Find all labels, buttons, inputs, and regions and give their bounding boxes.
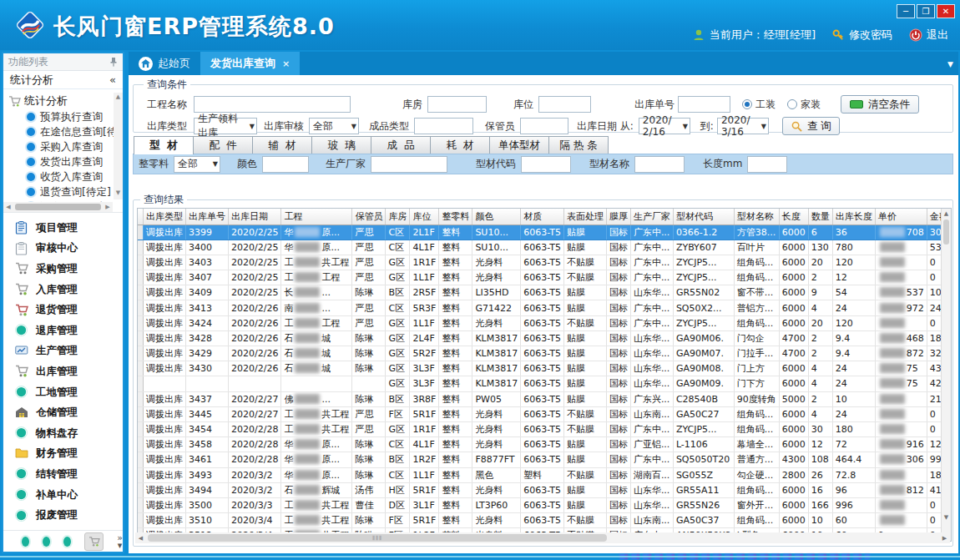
minimize-button[interactable]: ─ <box>897 4 915 18</box>
material-tab-5[interactable]: 耗 材 <box>430 136 490 154</box>
grid-vertical-scrollbar[interactable]: ▲▼ <box>941 209 951 541</box>
date-from-select[interactable]: 2020/ 2/16▼ <box>639 118 690 134</box>
search-button[interactable]: 查 询 <box>782 117 840 135</box>
more-buttons-chevron[interactable]: »▾ <box>117 534 123 549</box>
table-row[interactable]: 调拨出库34942020/3/2石辉城汤伟H区5R1F整料光身料6063-T5贴… <box>138 482 951 497</box>
maximize-button[interactable]: ❐ <box>917 4 935 18</box>
table-row[interactable]: 调拨出库34092020/2/25长...陈琳B区2R5F整料LI35HD606… <box>138 285 951 300</box>
table-row[interactable]: 调拨出库35102020/3/4工共工程陈琳F区5R1F整料光身料6063-T5… <box>138 513 951 528</box>
keeper-input[interactable] <box>520 118 568 134</box>
teal-dot-icon[interactable] <box>63 537 71 547</box>
sidebar-item-2[interactable]: 采购管理 <box>15 259 123 280</box>
out-type-select[interactable]: 生产领料出库▼ <box>194 118 257 134</box>
pin-icon[interactable] <box>109 57 118 67</box>
material-tab-2[interactable]: 辅 材 <box>252 136 312 154</box>
profile-name-input[interactable] <box>634 156 685 173</box>
table-row[interactable]: 调拨出库34542020/2/28工共工程严思G区1R1F整料光身料6063-T… <box>138 421 951 436</box>
logout-button[interactable]: 退出 <box>909 28 948 43</box>
tree-horizontal-scrollbar[interactable]: ◀▶ <box>3 202 113 212</box>
column-header[interactable]: 出库日期 <box>229 209 281 225</box>
column-header[interactable]: 生产厂家 <box>630 209 673 225</box>
column-header[interactable]: 库位 <box>410 209 439 225</box>
material-tab-4[interactable]: 成 品 <box>371 136 431 154</box>
table-row[interactable]: 调拨出库35002020/3/3工共工程曹佳D区3L1F整料LT3P606063… <box>138 497 951 512</box>
sidebar-item-10[interactable]: 物料盘存 <box>15 423 123 444</box>
material-tab-0[interactable]: 型 材 <box>134 136 194 154</box>
column-header[interactable]: 出库长度 <box>832 209 875 225</box>
tree-item-0[interactable]: 预算执行查询 <box>8 109 113 124</box>
table-row[interactable]: 调拨出库33992020/2/25华原...严思C区2L1F整料SU10...6… <box>138 225 951 240</box>
tree-item-5[interactable]: 退货查询[待定] <box>8 184 113 199</box>
table-row[interactable]: 调拨出库34372020/2/27佛...陈琳B区3R8F整料PW056063-… <box>138 391 951 406</box>
length-input[interactable] <box>747 156 787 173</box>
cart-shortcut-button[interactable] <box>84 532 104 551</box>
tree-item-1[interactable]: 在途信息查询[待 <box>8 124 113 139</box>
radio-gongzhuang[interactable]: 工装 <box>742 98 776 112</box>
teal-dot-icon[interactable] <box>43 537 50 547</box>
table-row[interactable]: 调拨出库34072020/2/25工工程严思G区1L1F整料光身料6063-T5… <box>138 270 951 285</box>
column-header[interactable]: 膜厚 <box>606 209 630 225</box>
table-row[interactable]: G区3L3F整料KLM38176063-T5贴膜国标山东华...GA90M09.… <box>138 376 951 391</box>
whole-part-select[interactable]: 全部▼ <box>174 156 220 173</box>
tab-active[interactable]: 发货出库查询 × <box>200 52 300 75</box>
column-header[interactable]: 材质 <box>521 209 564 225</box>
column-header[interactable]: 出库单号 <box>186 209 229 225</box>
product-type-input[interactable] <box>414 118 473 134</box>
table-row[interactable]: 调拨出库34452020/2/27工共工程严思F区5R1F整料光身料6063-T… <box>138 406 951 421</box>
radio-jiazhuang[interactable]: 家装 <box>787 98 821 112</box>
color-input[interactable] <box>262 156 309 173</box>
sidebar-item-7[interactable]: 出库管理 <box>15 361 123 382</box>
sidebar-item-12[interactable]: 结转管理 <box>15 464 123 485</box>
tab-home[interactable]: 起始页 <box>129 52 200 75</box>
sidebar-item-11[interactable]: 财务管理 <box>15 444 123 465</box>
table-row[interactable]: 调拨出库34932020/3/2华原...陈琳C区1L1F整料黑色塑料不贴膜国标… <box>138 467 951 482</box>
collapse-icon[interactable]: « <box>109 73 116 86</box>
table-row[interactable]: 调拨出库34032020/2/25工共工程严思G区1R1F整料光身料6063-T… <box>138 255 951 270</box>
tree-root[interactable]: 统计分析 <box>8 93 113 109</box>
material-tab-6[interactable]: 单体型材 <box>489 136 549 154</box>
table-row[interactable]: 调拨出库34582020/2/28华原...陈琳C区4L1F整料光身料6063-… <box>138 437 951 452</box>
table-row[interactable]: 调拨出库34002020/2/25华原...严思C区4L1F整料SU10...6… <box>138 240 951 255</box>
table-row[interactable]: 调拨出库34242020/2/26工工程严思G区1L1F整料光身料6063-T5… <box>138 315 951 330</box>
section-header[interactable]: 统计分析 « <box>3 71 123 89</box>
sidebar-item-0[interactable]: 项目管理 <box>15 218 123 239</box>
sidebar-item-3[interactable]: 入库管理 <box>15 280 123 300</box>
table-row[interactable]: 调拨出库34282020/2/26石城陈琳G区2L4F整料KLM38176063… <box>138 330 951 346</box>
material-tab-7[interactable]: 隔 热 条 <box>548 136 609 154</box>
column-header[interactable]: 表面处理 <box>563 209 606 225</box>
column-header[interactable]: 颜色 <box>472 209 521 225</box>
column-header[interactable]: 型材代码 <box>673 209 734 225</box>
column-header[interactable]: 数量 <box>808 209 832 225</box>
tab-close-icon[interactable]: × <box>282 58 290 69</box>
tab-list-dropdown-icon[interactable]: ▼ <box>947 60 953 68</box>
material-tab-1[interactable]: 配 件 <box>193 136 253 154</box>
date-to-select[interactable]: 2020/ 3/16▼ <box>717 118 769 134</box>
sidebar-item-8[interactable]: 工地管理 <box>15 382 123 403</box>
table-row[interactable]: 调拨出库34302020/2/26石城陈琳G区3L3F整料KLM38176063… <box>138 361 951 376</box>
sidebar-item-4[interactable]: 退货管理 <box>15 300 123 320</box>
material-tab-3[interactable]: 玻 璃 <box>311 136 371 154</box>
sidebar-item-5[interactable]: 退库管理 <box>15 320 123 341</box>
tree-item-4[interactable]: 收货入库查询 <box>8 169 113 184</box>
sidebar-item-1[interactable]: 审核中心 <box>15 239 123 260</box>
tree-item-2[interactable]: 采购入库查询 <box>8 139 113 154</box>
order-no-input[interactable] <box>678 96 730 113</box>
change-password-button[interactable]: 修改密码 <box>832 28 892 43</box>
column-header[interactable]: 型材名称 <box>734 209 779 225</box>
manufacturer-input[interactable] <box>371 156 447 173</box>
tree-vertical-scrollbar[interactable]: ▲▼ <box>114 93 123 199</box>
close-button[interactable]: ✕ <box>937 4 955 18</box>
column-header[interactable]: 长度 <box>779 209 808 225</box>
sidebar-item-6[interactable]: 生产管理 <box>15 341 123 362</box>
project-input[interactable] <box>194 96 351 113</box>
column-header[interactable]: 保管员 <box>352 209 386 225</box>
grid-horizontal-scrollbar[interactable]: ◀⦀⦀⦀▶ <box>135 532 950 543</box>
sidebar-item-9[interactable]: 仓储管理 <box>15 402 123 423</box>
clear-conditions-button[interactable]: 清空条件 <box>841 95 919 114</box>
column-header[interactable]: 库房 <box>386 209 410 225</box>
warehouse-input[interactable] <box>427 96 487 113</box>
location-input[interactable] <box>538 96 591 113</box>
tree-item-3[interactable]: 发货出库查询 <box>8 154 113 169</box>
table-row[interactable]: 调拨出库34612020/2/28华原...陈琳B区1R2F整料F8877FT6… <box>138 452 951 467</box>
column-header[interactable]: 出库类型 <box>144 209 186 225</box>
